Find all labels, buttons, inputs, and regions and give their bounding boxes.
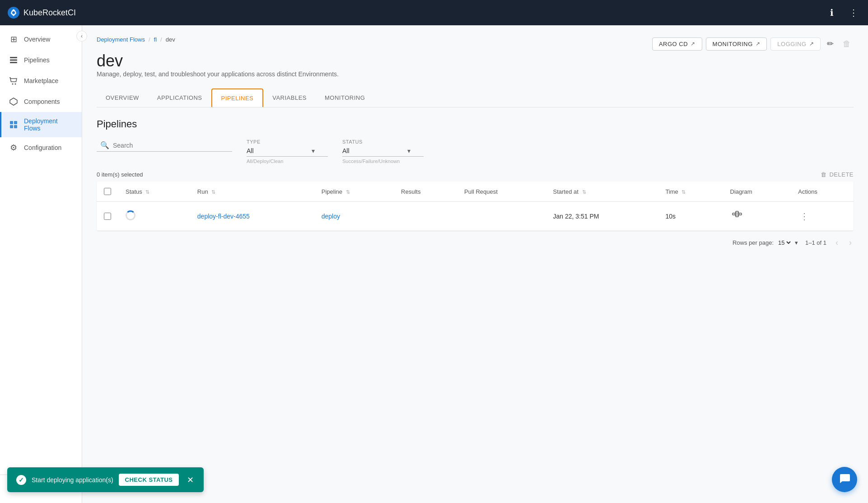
edit-page-button[interactable]: ✏ bbox=[824, 36, 836, 51]
sidebar-item-overview[interactable]: ⊞ Overview bbox=[0, 29, 82, 50]
col-time[interactable]: Time ⇅ bbox=[658, 182, 723, 202]
sidebar-item-label-components: Components bbox=[24, 98, 60, 105]
sidebar-collapse-button[interactable]: ‹ bbox=[76, 31, 87, 42]
rows-per-page-chevron: ▾ bbox=[795, 239, 798, 246]
app-name: KubeRocketCI bbox=[23, 8, 76, 18]
toast-check-icon: ✓ bbox=[16, 475, 26, 485]
col-started-at-sort-icon: ⇅ bbox=[582, 189, 586, 195]
col-checkbox bbox=[97, 182, 118, 202]
sidebar-item-label-overview: Overview bbox=[24, 36, 50, 43]
status-filter-chevron: ▾ bbox=[407, 147, 411, 154]
select-all-checkbox[interactable] bbox=[104, 188, 111, 195]
sidebar-item-label-pipelines: Pipelines bbox=[24, 56, 50, 64]
sidebar-item-deployment-flows[interactable]: Deployment Flows bbox=[0, 112, 82, 137]
sidebar-item-marketplace[interactable]: Marketplace bbox=[0, 70, 82, 91]
tab-monitoring[interactable]: MONITORING bbox=[316, 89, 374, 107]
sidebar-item-configuration[interactable]: ⚙ Configuration bbox=[0, 137, 82, 158]
status-filter-select[interactable]: All Success Failure Unknown bbox=[342, 147, 406, 154]
argo-cd-ext-icon: ↗ bbox=[691, 41, 695, 47]
col-pipeline[interactable]: Pipeline ⇅ bbox=[314, 182, 394, 202]
breadcrumb: Deployment Flows / fl / dev bbox=[97, 36, 175, 43]
col-run[interactable]: Run ⇅ bbox=[190, 182, 314, 202]
logging-button[interactable]: LOGGING ↗ bbox=[770, 37, 821, 51]
svg-point-1 bbox=[12, 11, 15, 14]
breadcrumb-link-fl[interactable]: fl bbox=[154, 36, 157, 43]
col-status-sort-icon: ⇅ bbox=[145, 189, 149, 195]
row-more-button[interactable]: ⋮ bbox=[798, 210, 811, 223]
argo-cd-button[interactable]: ARGO CD ↗ bbox=[652, 37, 702, 51]
rows-per-page-select[interactable]: 15 5 10 25 50 bbox=[776, 239, 792, 247]
col-pull-request: Pull Request bbox=[457, 182, 546, 202]
more-menu-button[interactable]: ⋮ bbox=[846, 5, 861, 20]
tab-applications[interactable]: APPLICATIONS bbox=[148, 89, 211, 107]
status-filter-label: Status bbox=[342, 139, 424, 144]
tab-overview[interactable]: OVERVIEW bbox=[97, 89, 148, 107]
sidebar-item-label-configuration: Configuration bbox=[24, 144, 61, 151]
navbar-icons: ℹ ⋮ bbox=[825, 5, 861, 20]
svg-point-6 bbox=[15, 84, 16, 85]
col-time-label: Time bbox=[665, 188, 678, 195]
sidebar-nav: ⊞ Overview Pipelines Marketplace Compon bbox=[0, 25, 82, 475]
type-filter-wrap: All Deploy Clean ▾ bbox=[247, 145, 328, 157]
monitoring-label: MONITORING bbox=[713, 41, 753, 47]
row-pull-request-cell bbox=[457, 202, 546, 231]
toast-check-status-button[interactable]: CHECK STATUS bbox=[119, 474, 179, 486]
delete-page-button[interactable]: 🗑 bbox=[840, 37, 854, 51]
row-checkbox[interactable] bbox=[104, 213, 111, 220]
monitoring-button[interactable]: MONITORING ↗ bbox=[706, 37, 767, 51]
filters-row: 🔍 Type All Deploy Clean ▾ All/Deploy/Cle… bbox=[97, 139, 854, 164]
configuration-icon: ⚙ bbox=[9, 143, 19, 153]
svg-rect-15 bbox=[739, 213, 742, 215]
col-diagram-label: Diagram bbox=[730, 188, 752, 195]
info-button[interactable]: ℹ bbox=[825, 5, 839, 20]
col-started-at-label: Started at bbox=[553, 188, 579, 195]
main-layout: ‹ ⊞ Overview Pipelines Marketplace bbox=[0, 25, 868, 503]
breadcrumb-link-deployment-flows[interactable]: Deployment Flows bbox=[97, 36, 145, 43]
col-pipeline-label: Pipeline bbox=[322, 188, 342, 195]
next-page-button[interactable]: › bbox=[847, 236, 854, 249]
pipelines-table: Status ⇅ Run ⇅ Pipeline ⇅ Results bbox=[97, 182, 854, 231]
page-title: dev bbox=[97, 51, 854, 70]
col-started-at[interactable]: Started at ⇅ bbox=[546, 182, 658, 202]
col-status-label: Status bbox=[126, 188, 142, 195]
col-status[interactable]: Status ⇅ bbox=[118, 182, 190, 202]
type-filter-select[interactable]: All Deploy Clean bbox=[247, 147, 310, 154]
next-page-icon: › bbox=[849, 238, 852, 247]
diagram-button[interactable] bbox=[730, 208, 744, 224]
row-checkbox-cell bbox=[97, 202, 118, 231]
sidebar-item-components[interactable]: Components bbox=[0, 91, 82, 112]
sidebar-item-label-marketplace: Marketplace bbox=[24, 77, 58, 84]
col-actions: Actions bbox=[791, 182, 854, 202]
prev-page-button[interactable]: ‹ bbox=[834, 236, 840, 249]
sidebar-item-pipelines[interactable]: Pipelines bbox=[0, 50, 82, 70]
type-filter-group: Type All Deploy Clean ▾ All/Deploy/Clean bbox=[247, 139, 328, 164]
toast-close-icon: ✕ bbox=[187, 475, 194, 484]
toast-close-button[interactable]: ✕ bbox=[186, 475, 195, 485]
delete-label: DELETE bbox=[829, 171, 854, 178]
row-pipeline-cell[interactable]: deploy bbox=[314, 202, 394, 231]
delete-button[interactable]: 🗑 DELETE bbox=[821, 171, 854, 178]
fab-chat-button[interactable] bbox=[832, 467, 857, 492]
toast-message: Start deploying application(s) bbox=[32, 476, 113, 484]
deployment-flows-icon bbox=[9, 120, 19, 130]
components-icon bbox=[9, 97, 19, 107]
status-filter-group: Status All Success Failure Unknown ▾ Suc… bbox=[342, 139, 424, 164]
search-input[interactable] bbox=[113, 142, 221, 149]
tab-variables[interactable]: VARIABLES bbox=[263, 89, 316, 107]
svg-rect-9 bbox=[14, 121, 17, 124]
row-status-cell bbox=[118, 202, 190, 231]
status-running-spinner bbox=[126, 210, 135, 220]
status-filter-wrap: All Success Failure Unknown ▾ bbox=[342, 145, 424, 157]
svg-line-16 bbox=[735, 212, 736, 214]
svg-rect-3 bbox=[10, 60, 17, 61]
row-run-cell[interactable]: deploy-fl-dev-4655 bbox=[190, 202, 314, 231]
table-header-row: 0 item(s) selected 🗑 DELETE bbox=[97, 171, 854, 178]
svg-point-5 bbox=[12, 84, 14, 85]
argo-cd-label: ARGO CD bbox=[659, 41, 688, 47]
col-pipeline-sort-icon: ⇅ bbox=[346, 189, 350, 195]
edit-page-icon: ✏ bbox=[827, 39, 834, 48]
tab-pipelines[interactable]: PIPELINES bbox=[211, 88, 264, 107]
col-actions-label: Actions bbox=[798, 188, 817, 195]
marketplace-icon bbox=[9, 76, 19, 86]
svg-rect-4 bbox=[10, 62, 17, 63]
